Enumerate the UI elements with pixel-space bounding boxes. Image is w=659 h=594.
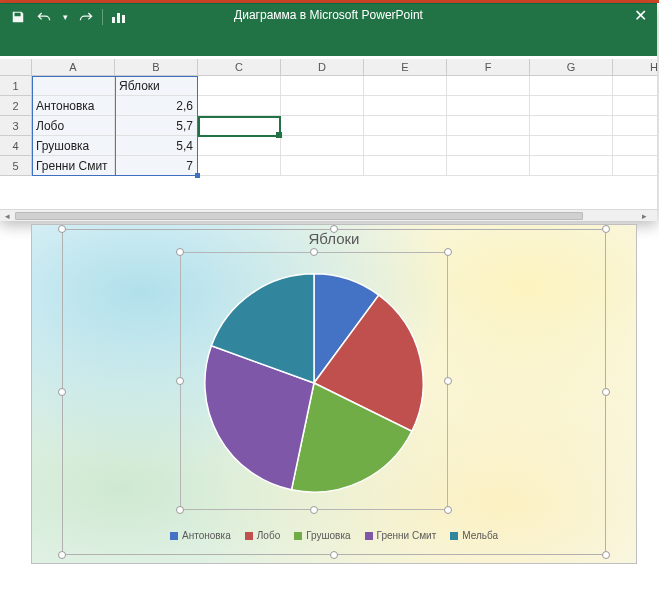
- legend-swatch: [170, 532, 178, 540]
- resize-handle[interactable]: [602, 551, 610, 559]
- resize-handle[interactable]: [330, 225, 338, 233]
- cell[interactable]: [281, 136, 364, 156]
- row-header[interactable]: 1: [0, 76, 32, 96]
- row-header[interactable]: 2: [0, 96, 32, 116]
- cell[interactable]: [364, 156, 447, 176]
- svg-rect-1: [117, 13, 120, 23]
- cell-A4[interactable]: Грушовка: [32, 136, 115, 156]
- cell-C3[interactable]: [198, 116, 281, 136]
- qat-separator: [102, 9, 103, 25]
- cell-A2[interactable]: Антоновка: [32, 96, 115, 116]
- svg-rect-0: [112, 17, 115, 23]
- cell-A1[interactable]: [32, 76, 115, 96]
- cell-B4[interactable]: 5,4: [115, 136, 198, 156]
- cell[interactable]: [281, 156, 364, 176]
- undo-dropdown-icon[interactable]: ▾: [60, 8, 70, 26]
- undo-icon[interactable]: [34, 8, 54, 26]
- select-all-corner[interactable]: [0, 59, 32, 76]
- cell-C4[interactable]: [198, 136, 281, 156]
- resize-handle[interactable]: [58, 388, 66, 396]
- col-header[interactable]: F: [447, 59, 530, 76]
- scroll-track[interactable]: [14, 211, 631, 221]
- col-header[interactable]: C: [198, 59, 281, 76]
- quick-access-toolbar: ▾: [0, 4, 137, 30]
- cell[interactable]: [281, 96, 364, 116]
- legend-swatch: [245, 532, 253, 540]
- cell[interactable]: [530, 116, 613, 136]
- cell[interactable]: [447, 116, 530, 136]
- cell-A5[interactable]: Гренни Смит: [32, 156, 115, 176]
- col-header[interactable]: D: [281, 59, 364, 76]
- cell-A3[interactable]: Лобо: [32, 116, 115, 136]
- legend-item[interactable]: Мельба: [450, 530, 498, 541]
- cell-B2[interactable]: 2,6: [115, 96, 198, 116]
- cell[interactable]: [364, 116, 447, 136]
- cells-grid[interactable]: Яблоки Антоновка 2,6 Лобо 5,7 Грушовка 5…: [32, 76, 657, 176]
- cell[interactable]: [364, 76, 447, 96]
- resize-handle[interactable]: [602, 225, 610, 233]
- resize-handle[interactable]: [58, 225, 66, 233]
- col-header[interactable]: E: [364, 59, 447, 76]
- cell-C1[interactable]: [198, 76, 281, 96]
- row-headers: 1 2 3 4 5: [0, 76, 32, 176]
- spreadsheet[interactable]: A B C D E F G H I 1 2 3 4 5 Яблоки Ант: [0, 59, 657, 209]
- legend-label: Антоновка: [182, 530, 231, 541]
- cell-B1[interactable]: Яблоки: [115, 76, 198, 96]
- resize-handle[interactable]: [602, 388, 610, 396]
- cell[interactable]: [530, 76, 613, 96]
- save-icon[interactable]: [8, 8, 28, 26]
- scroll-thumb[interactable]: [15, 212, 583, 220]
- scroll-right-icon[interactable]: ▸: [637, 211, 651, 221]
- cell[interactable]: [613, 136, 657, 156]
- cell[interactable]: [530, 96, 613, 116]
- scroll-left-icon[interactable]: ◂: [0, 211, 14, 221]
- redo-icon[interactable]: [76, 8, 96, 26]
- chart-object-selection[interactable]: [62, 229, 606, 555]
- col-header[interactable]: A: [32, 59, 115, 76]
- cell[interactable]: [281, 116, 364, 136]
- legend-item[interactable]: Антоновка: [170, 530, 231, 541]
- col-header[interactable]: H: [613, 59, 657, 76]
- legend-label: Лобо: [257, 530, 280, 541]
- cell[interactable]: [613, 156, 657, 176]
- cell[interactable]: [613, 116, 657, 136]
- row-header[interactable]: 5: [0, 156, 32, 176]
- cell-C2[interactable]: [198, 96, 281, 116]
- legend-swatch: [294, 532, 302, 540]
- cell[interactable]: [364, 136, 447, 156]
- legend-label: Мельба: [462, 530, 498, 541]
- row-header[interactable]: 3: [0, 116, 32, 136]
- cell[interactable]: [447, 76, 530, 96]
- resize-handle[interactable]: [330, 551, 338, 559]
- legend-item[interactable]: Гренни Смит: [365, 530, 437, 541]
- cell[interactable]: [447, 136, 530, 156]
- chart-icon[interactable]: [109, 8, 129, 26]
- cell-B3[interactable]: 5,7: [115, 116, 198, 136]
- column-headers: A B C D E F G H I: [32, 59, 657, 76]
- cell[interactable]: [613, 96, 657, 116]
- cell[interactable]: [613, 76, 657, 96]
- cell[interactable]: [447, 96, 530, 116]
- legend-swatch: [365, 532, 373, 540]
- chart-legend[interactable]: Антоновка Лобо Грушовка Гренни Смит Мель…: [62, 530, 606, 541]
- horizontal-scrollbar[interactable]: ◂ ▸: [0, 209, 657, 221]
- legend-swatch: [450, 532, 458, 540]
- cell[interactable]: [364, 96, 447, 116]
- cell[interactable]: [530, 136, 613, 156]
- titlebar: ▾ Диаграмма в Microsoft PowerPoint ✕: [0, 4, 657, 56]
- legend-item[interactable]: Грушовка: [294, 530, 350, 541]
- row-header[interactable]: 4: [0, 136, 32, 156]
- cell[interactable]: [447, 156, 530, 176]
- chart-data-window: ▾ Диаграмма в Microsoft PowerPoint ✕ A B…: [0, 3, 657, 221]
- cell[interactable]: [530, 156, 613, 176]
- resize-handle[interactable]: [58, 551, 66, 559]
- legend-item[interactable]: Лобо: [245, 530, 280, 541]
- cell-C5[interactable]: [198, 156, 281, 176]
- svg-rect-2: [122, 15, 125, 23]
- close-button[interactable]: ✕: [629, 6, 651, 25]
- legend-label: Гренни Смит: [377, 530, 437, 541]
- col-header[interactable]: G: [530, 59, 613, 76]
- cell[interactable]: [281, 76, 364, 96]
- cell-B5[interactable]: 7: [115, 156, 198, 176]
- col-header[interactable]: B: [115, 59, 198, 76]
